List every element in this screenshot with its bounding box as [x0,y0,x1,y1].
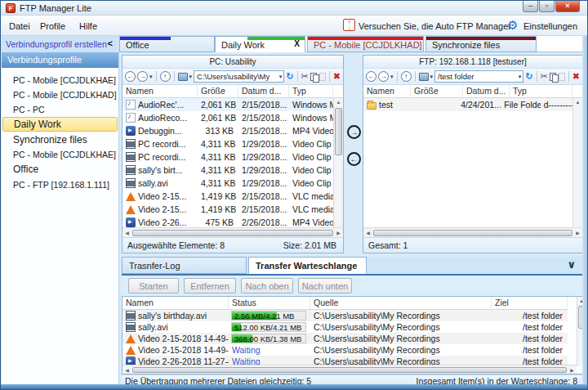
up-icon[interactable]: ↑ [160,71,171,82]
forward-icon[interactable]: → [378,71,389,82]
remove-button[interactable]: Entfernen [184,278,236,294]
column-datum[interactable]: Datum d... [238,85,289,97]
up-icon[interactable]: ↑ [401,71,412,82]
menu-datei[interactable]: Datei [4,20,35,33]
move-down-button[interactable]: Nach unten [298,278,352,294]
file-row[interactable]: sally.avi4,311 KB1/29/2018...Video Clip [122,177,333,190]
start-button[interactable]: Starten [128,278,179,294]
sidebar-item-office[interactable]: Office [2,162,118,177]
auto-ftp-promo-link[interactable]: Versuchen Sie, die Auto FTP Manager [359,21,511,31]
settings-button[interactable]: Einstellungen [523,21,577,31]
paste-icon[interactable] [319,73,326,81]
transfer-right-button[interactable]: → [347,125,361,139]
local-vertical-scrollbar[interactable]: ▲ [333,98,343,227]
gear-icon[interactable]: ⚙ [507,18,518,33]
column-namen[interactable]: Namen [122,85,198,97]
file-row[interactable]: PC recordi...4,311 KB1/29/2018...Video C… [122,150,333,164]
sidebar-item-daily-work[interactable]: Daily Work [2,117,118,132]
file-row[interactable]: sally's birt...4,311 KB1/29/2018...Video… [122,164,333,177]
local-column-header: Namen Größe Datum d... Typ [122,85,343,98]
queue-row[interactable]: sally.avi 512.00 KB/4.21 MB C:\Users\usa… [122,321,568,333]
close-button[interactable]: × [555,1,580,12]
copy-icon[interactable] [550,73,557,81]
file-row[interactable]: AudioRec'...2,061 KB2/15/2018...Windows … [122,98,333,111]
file-row[interactable]: Debuggin...313 KB2/15/2018...MP4 Video [122,124,333,137]
computer-icon[interactable] [178,73,188,81]
column-datum[interactable]: Datum d... [463,85,510,97]
local-path-input[interactable]: C:\Users\usability\My▾ [194,70,284,83]
ftp-path-input[interactable]: /test folder▾ [434,70,523,83]
menu-hilfe[interactable]: Hilfe [74,20,102,33]
column-status[interactable]: Status [229,297,310,309]
path-dropdown-icon[interactable]: ▾ [519,74,522,80]
create-profile-link[interactable]: Verbindungsprofil erstellen [6,39,107,49]
queue-row[interactable]: Video 2-15-2018 14-49-07 -... 368.00 KB/… [122,333,568,344]
file-row[interactable]: Video 2-26...475 KB2/26/2018...MP4 Video [122,216,333,227]
sidebar-item-pc-ftp[interactable]: PC - FTP [192.168.1.111] [2,177,118,192]
refresh-icon[interactable]: ↻ [525,71,532,82]
column-groesse[interactable]: Größe [411,85,463,97]
tab-daily-work[interactable]: Daily Work X [215,36,305,52]
cut-icon[interactable]: ✂ [301,71,309,82]
file-row[interactable]: Video 2-15...1,419 KB2/15/2018...VLC med… [122,203,333,216]
column-quelle[interactable]: Quelle [310,297,492,309]
tab-transfer-log[interactable]: Trasnfer-Log [122,257,247,274]
file-row[interactable]: AudioReco...2,061 KB2/15/2018...Windows … [122,111,333,124]
drive-dropdown-icon[interactable]: ▾ [430,74,434,80]
tab-close-icon[interactable]: X [294,39,300,48]
maximize-button[interactable]: ▫ [539,1,555,12]
waiting-status: Waiting [229,345,310,355]
progress-bar: 2.56 MB/4.21 MB [231,311,306,321]
drive-dropdown-icon[interactable]: ▾ [189,74,193,80]
delete-icon[interactable]: ✖ [333,71,341,82]
move-up-button[interactable]: Nach oben [241,278,293,294]
queue-row[interactable]: sally's birthday.avi 2.56 MB/4.21 MB C:\… [122,310,568,321]
history-dropdown-icon[interactable]: ▾ [149,74,153,80]
sidebar-item-pc-pc[interactable]: PC - PC [2,102,118,117]
local-horizontal-scrollbar[interactable]: ◀▶ [122,227,343,237]
back-icon[interactable]: ← [125,71,136,82]
file-row[interactable]: test 4/24/201... File Folder d--------- [363,98,572,111]
sidebar-item-pc-mobile-1[interactable]: PC - Mobile [CCJDLKHAE] [2,73,118,87]
sidebar-collapse-icon[interactable]: < [108,38,113,48]
tab-office[interactable]: Office [119,36,215,52]
transfer-left-button[interactable]: ← [347,152,361,166]
minimize-button[interactable]: – [523,1,538,12]
paste-icon[interactable] [559,73,565,81]
scroll-right-icon: ▶ [573,230,582,235]
copy-icon[interactable] [310,73,318,81]
file-icon [126,139,136,149]
cut-icon[interactable]: ✂ [541,71,548,82]
column-typ[interactable]: Typ [510,85,572,97]
file-row[interactable]: Video 2-15...1,419 KB2/15/2018...VLC med… [122,190,333,203]
tab-pc-mobile[interactable]: PC - Mobile [CCJDLKHAD] [307,36,424,52]
column-namen[interactable]: Namen [363,85,411,97]
back-icon[interactable]: ← [366,71,376,82]
tab-synchronize-files[interactable]: Synchronize files [425,36,537,52]
refresh-icon[interactable]: ↻ [286,71,293,82]
path-dropdown-icon[interactable]: ▾ [279,74,283,80]
chevron-down-icon[interactable]: ∨ [567,258,576,271]
auto-ftp-promo-icon[interactable]: ↑↓ [343,19,355,31]
column-groesse[interactable]: Größe [198,85,238,97]
ftp-vertical-scrollbar[interactable]: ▲ [572,98,582,227]
column-typ[interactable]: Typ [289,85,333,97]
file-icon [126,192,136,201]
column-ziel[interactable]: Ziel [492,297,568,309]
menu-profile[interactable]: Profile [35,20,70,33]
queue-row[interactable]: Video 2-15-2018 14-49-07.w... Waiting C:… [122,344,568,356]
history-dropdown-icon[interactable]: ▾ [390,74,394,80]
queue-horizontal-scrollbar[interactable]: ◀▶ [122,365,577,374]
delete-icon[interactable]: ✖ [572,71,580,82]
file-row[interactable]: PC recordi...4,311 KB1/29/2018...Video C… [122,137,333,150]
forward-icon[interactable]: → [137,71,148,82]
sidebar-item-pc-mobile-2[interactable]: PC - Mobile [CCJDLKHAD] [2,87,118,102]
sidebar-item-synchronize-files[interactable]: Synchronize files [2,132,118,147]
column-namen[interactable]: Namen [122,297,229,309]
tab-transfer-queue[interactable]: Transfer Warteschlange [248,257,367,274]
queue-rows: sally's birthday.avi 2.56 MB/4.21 MB C:\… [122,310,568,367]
ftp-horizontal-scrollbar[interactable]: ◀▶ [363,227,582,237]
sidebar-item-pc-mobile-3[interactable]: PC - Mobile [CCJDLKHAE] (2) [2,147,118,162]
computer-icon[interactable] [419,73,429,81]
title-bar[interactable]: F FTP Manager Lite – ▫ × [1,1,587,16]
